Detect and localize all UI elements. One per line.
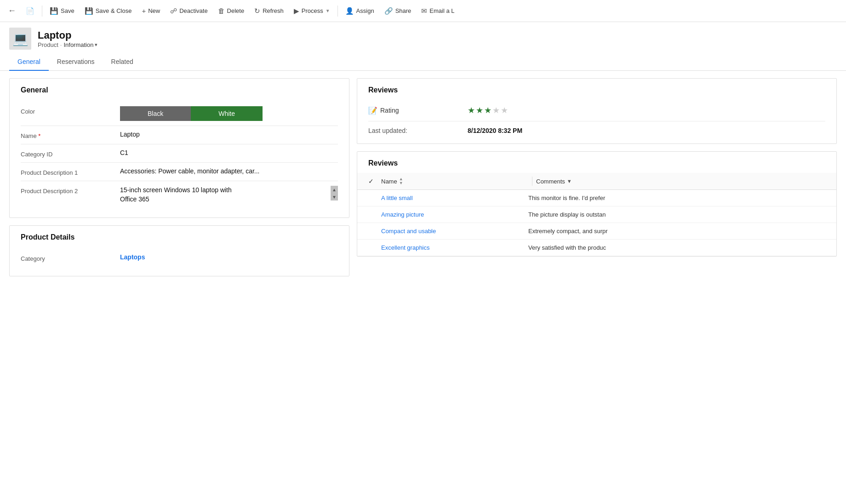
reviews-divider bbox=[368, 121, 825, 121]
star-4: ★ bbox=[492, 105, 500, 115]
save-close-button[interactable]: 💾 Save & Close bbox=[80, 4, 137, 18]
field-row-category: Category Laptops bbox=[21, 249, 338, 267]
new-button[interactable]: + New bbox=[137, 4, 165, 17]
tab-related[interactable]: Related bbox=[103, 53, 142, 71]
name-sort-arrows[interactable]: ▲ ▼ bbox=[399, 177, 403, 185]
review-name-1[interactable]: Amazing picture bbox=[381, 211, 528, 218]
field-value-name[interactable]: Laptop bbox=[120, 131, 338, 138]
field-value-desc2[interactable]: 15-inch screen Windows 10 laptop withOff… bbox=[120, 186, 327, 204]
field-label-name: Name * bbox=[21, 131, 113, 139]
field-value-desc1[interactable]: Accessories: Power cable, monitor adapte… bbox=[120, 167, 338, 175]
delete-icon: 🗑 bbox=[218, 7, 225, 15]
left-panel: General Color Black White Name * Laptop bbox=[9, 78, 349, 485]
scroll-indicator: ▲ ▼ bbox=[331, 186, 338, 200]
rating-label: 📝 Rating bbox=[368, 106, 460, 115]
save-button[interactable]: 💾 Save bbox=[45, 4, 79, 18]
tab-reservations[interactable]: Reservations bbox=[49, 53, 103, 71]
product-details-title: Product Details bbox=[21, 233, 338, 241]
field-label-category-id: Category ID bbox=[21, 149, 113, 158]
tab-general[interactable]: General bbox=[9, 53, 49, 71]
email-button[interactable]: ✉ Email a L bbox=[417, 4, 459, 18]
review-row-2[interactable]: Compact and usable Extremely compact, an… bbox=[357, 223, 836, 240]
field-row-category-id: Category ID C1 bbox=[21, 144, 338, 163]
product-icon: 💻 bbox=[9, 28, 31, 50]
star-3: ★ bbox=[484, 105, 492, 115]
assign-button[interactable]: 👤 Assign bbox=[341, 4, 379, 18]
review-comment-2: Extremely compact, and surpr bbox=[528, 228, 825, 235]
field-label-color: Color bbox=[21, 106, 113, 115]
page-icon-button: 📄 bbox=[21, 4, 39, 18]
review-comment-1: The picture display is outstan bbox=[528, 211, 825, 218]
reviews-summary-title: Reviews bbox=[368, 86, 825, 94]
review-name-3[interactable]: Excellent graphics bbox=[381, 244, 528, 251]
product-details-section: Product Details Category Laptops bbox=[9, 225, 349, 276]
review-row-0[interactable]: A little small This monitor is fine. I'd… bbox=[357, 190, 836, 206]
star-5: ★ bbox=[501, 105, 508, 115]
field-row-desc2: Product Description 2 15-inch screen Win… bbox=[21, 181, 338, 208]
field-row-name: Name * Laptop bbox=[21, 126, 338, 144]
breadcrumb: Product · Information ▾ bbox=[38, 41, 97, 48]
star-2: ★ bbox=[476, 105, 483, 115]
reviews-list-card: Reviews ✓ Name ▲ ▼ Comments ▼ bbox=[357, 151, 837, 257]
save-icon: 💾 bbox=[50, 7, 58, 15]
field-value-color: Black White bbox=[120, 106, 338, 121]
required-indicator: * bbox=[38, 132, 40, 139]
rating-row: 📝 Rating ★ ★ ★ ★ ★ bbox=[368, 102, 825, 119]
header-check[interactable]: ✓ bbox=[368, 178, 381, 185]
deactivate-icon: ☍ bbox=[170, 7, 177, 15]
field-label-category: Category bbox=[21, 253, 113, 262]
color-button-group: Black White bbox=[120, 106, 338, 121]
last-updated-label: Last updated: bbox=[368, 127, 460, 134]
review-row-3[interactable]: Excellent graphics Very satisfied with t… bbox=[357, 240, 836, 256]
field-value-category[interactable]: Laptops bbox=[120, 253, 338, 261]
last-updated-value: 8/12/2020 8:32 PM bbox=[468, 127, 522, 134]
scroll-down-arrow[interactable]: ▼ bbox=[331, 193, 338, 200]
review-name-0[interactable]: A little small bbox=[381, 195, 528, 201]
field-row-color: Color Black White bbox=[21, 102, 338, 126]
field-value-category-id[interactable]: C1 bbox=[120, 149, 338, 156]
col-header-comments: Comments ▼ bbox=[536, 178, 825, 185]
deactivate-button[interactable]: ☍ Deactivate bbox=[166, 4, 212, 18]
star-rating: ★ ★ ★ ★ ★ bbox=[468, 105, 508, 115]
process-button[interactable]: ▶ Process ▼ bbox=[289, 4, 335, 18]
reviews-list-title: Reviews bbox=[357, 159, 836, 173]
breadcrumb-chevron-icon: ▾ bbox=[95, 42, 97, 48]
color-btn-black[interactable]: Black bbox=[120, 106, 191, 121]
desc2-wrapper: 15-inch screen Windows 10 laptop withOff… bbox=[120, 186, 338, 204]
page-header: 💻 Laptop Product · Information ▾ bbox=[0, 22, 846, 53]
col-separator bbox=[532, 177, 532, 186]
breadcrumb-separator: · bbox=[60, 41, 62, 48]
toolbar-separator-2 bbox=[337, 6, 338, 17]
field-row-desc1: Product Description 1 Accessories: Power… bbox=[21, 163, 338, 181]
refresh-button[interactable]: ↻ Refresh bbox=[250, 4, 288, 18]
refresh-icon: ↻ bbox=[254, 7, 260, 15]
share-button[interactable]: 🔗 Share bbox=[380, 4, 416, 18]
delete-button[interactable]: 🗑 Delete bbox=[213, 4, 249, 17]
review-comment-3: Very satisfied with the produc bbox=[528, 244, 825, 251]
field-label-desc2: Product Description 2 bbox=[21, 186, 113, 195]
col-header-name: Name ▲ ▼ bbox=[381, 177, 528, 185]
page-title: Laptop bbox=[38, 29, 97, 41]
review-comment-0: This monitor is fine. I'd prefer bbox=[528, 195, 825, 201]
star-1: ★ bbox=[468, 105, 475, 115]
rating-icon: 📝 bbox=[368, 106, 377, 115]
breadcrumb-information[interactable]: Information ▾ bbox=[63, 41, 97, 48]
comments-chevron-icon[interactable]: ▼ bbox=[567, 178, 572, 184]
color-btn-white[interactable]: White bbox=[191, 106, 263, 121]
general-section-title: General bbox=[21, 86, 338, 94]
page-icon: 📄 bbox=[26, 7, 34, 15]
general-section: General Color Black White Name * Laptop bbox=[9, 78, 349, 218]
back-button[interactable]: ← bbox=[4, 3, 20, 19]
sort-down-icon[interactable]: ▼ bbox=[399, 181, 403, 185]
scroll-up-arrow[interactable]: ▲ bbox=[331, 186, 338, 193]
process-icon: ▶ bbox=[294, 7, 299, 15]
reviews-summary-card: Reviews 📝 Rating ★ ★ ★ ★ ★ Last updated:… bbox=[357, 78, 837, 144]
new-icon: + bbox=[142, 7, 146, 15]
review-row-1[interactable]: Amazing picture The picture display is o… bbox=[357, 206, 836, 223]
reviews-table-header: ✓ Name ▲ ▼ Comments ▼ bbox=[357, 173, 836, 190]
assign-icon: 👤 bbox=[345, 7, 354, 15]
share-icon: 🔗 bbox=[384, 7, 393, 15]
review-name-2[interactable]: Compact and usable bbox=[381, 228, 528, 235]
last-updated-row: Last updated: 8/12/2020 8:32 PM bbox=[368, 123, 825, 134]
breadcrumb-product[interactable]: Product bbox=[38, 41, 58, 48]
